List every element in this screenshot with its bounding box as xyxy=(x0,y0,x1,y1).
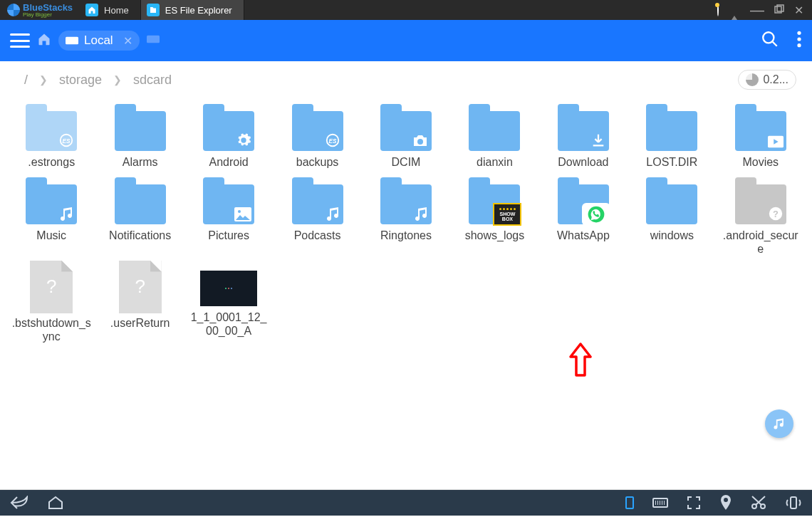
download-badge-icon xyxy=(590,132,606,148)
svg-text:?: ? xyxy=(773,209,779,219)
item-label: Movies xyxy=(742,155,779,169)
globe-icon[interactable] xyxy=(717,4,719,16)
music-badge-icon xyxy=(60,206,74,221)
analyze-label: 0.2... xyxy=(763,73,788,86)
svg-text:ES: ES xyxy=(328,138,337,145)
wifi-icon[interactable] xyxy=(729,4,740,16)
chip-close-icon[interactable]: ✕ xyxy=(123,34,132,48)
tab-home[interactable]: Home xyxy=(80,0,141,20)
breadcrumb-root[interactable]: / xyxy=(16,73,36,88)
svg-rect-2 xyxy=(66,37,78,45)
folder-item[interactable]: ?.android_secure xyxy=(719,174,802,256)
breadcrumb-storage[interactable]: storage xyxy=(51,73,110,88)
music-player-fab[interactable] xyxy=(765,409,793,438)
item-label: shows_logs xyxy=(465,229,525,242)
play-badge-icon xyxy=(768,135,784,148)
folder-item[interactable]: Music xyxy=(10,174,93,256)
folder-item[interactable]: Ringtones xyxy=(365,174,447,256)
item-label: backups xyxy=(296,155,339,169)
orientation-portrait-icon[interactable] xyxy=(625,496,634,509)
image-badge-icon xyxy=(234,207,251,221)
folder-item[interactable]: DCIM xyxy=(365,101,447,169)
close-button[interactable]: ✕ xyxy=(794,4,803,17)
window-controls: — ✕ xyxy=(717,4,812,17)
keyboard-icon[interactable] xyxy=(652,498,668,508)
item-label: .bstshutdown_sync xyxy=(11,316,91,343)
item-label: .android_secure xyxy=(721,229,801,256)
cut-icon[interactable] xyxy=(751,496,766,510)
location-icon[interactable] xyxy=(719,495,732,511)
storage-analyze-chip[interactable]: 0.2... xyxy=(738,70,796,90)
file-item[interactable]: 1_1_0001_12_00_00_A xyxy=(187,262,270,343)
search-button[interactable] xyxy=(761,30,779,51)
showbox-overlay-icon: SHOWBOX xyxy=(493,203,521,226)
folder-item[interactable]: Android xyxy=(187,101,270,169)
whatsapp-overlay-icon xyxy=(582,203,610,226)
brand-name: BlueStacks xyxy=(23,3,73,12)
es-toolbar: Local ✕ xyxy=(0,20,812,61)
more-button[interactable] xyxy=(796,30,802,51)
question-badge-icon: ? xyxy=(768,206,784,221)
location-chip-label: Local xyxy=(84,33,113,48)
folder-item[interactable]: Download xyxy=(542,101,625,169)
window-hint-icon[interactable] xyxy=(147,34,160,47)
svg-point-8 xyxy=(797,43,801,47)
es-file-explorer-app: Local ✕ / ❯ storage ❯ sdcard 0.2... ES.e… xyxy=(0,20,812,490)
music-badge-icon xyxy=(326,206,340,221)
camera-badge-icon xyxy=(412,134,429,148)
bluestacks-logo: BlueStacks Play Bigger xyxy=(0,3,80,18)
folder-item[interactable]: Notifications xyxy=(98,174,181,256)
pie-icon xyxy=(746,73,759,86)
file-item[interactable]: ?.bstshutdown_sync xyxy=(10,262,93,343)
svg-point-6 xyxy=(797,31,801,35)
fullscreen-icon[interactable] xyxy=(687,496,701,510)
maximize-button[interactable] xyxy=(774,4,784,16)
folder-item[interactable]: SHOWBOXshows_logs xyxy=(453,174,536,256)
folder-item[interactable]: WhatsApp xyxy=(542,174,625,256)
folder-item[interactable]: dianxin xyxy=(453,101,536,169)
svg-line-5 xyxy=(772,41,777,46)
item-label: .userReturn xyxy=(110,316,170,330)
folder-item[interactable]: ES.estrongs xyxy=(10,101,93,169)
item-label: WhatsApp xyxy=(557,229,610,242)
tab-label: Home xyxy=(104,5,129,16)
tab-label: ES File Explorer xyxy=(165,5,232,16)
folder-item[interactable]: windows xyxy=(630,174,713,256)
shake-icon[interactable] xyxy=(785,496,802,510)
folder-item[interactable]: Alarms xyxy=(98,101,181,169)
item-label: Android xyxy=(209,155,249,169)
back-button[interactable] xyxy=(10,496,28,510)
chevron-right-icon: ❯ xyxy=(36,74,51,85)
file-grid: ES.estrongsAlarmsAndroidESbackupsDCIMdia… xyxy=(0,94,812,343)
home-tab-icon xyxy=(85,4,98,16)
breadcrumb: / ❯ storage ❯ sdcard 0.2... xyxy=(0,61,812,94)
file-item[interactable]: ?.userReturn xyxy=(98,262,181,343)
svg-rect-3 xyxy=(147,36,160,43)
android-navbar xyxy=(0,490,812,516)
item-label: Notifications xyxy=(109,229,171,242)
home-icon[interactable] xyxy=(37,32,51,49)
svg-rect-22 xyxy=(791,497,796,508)
menu-button[interactable] xyxy=(10,33,30,48)
item-label: 1_1_0001_12_00_00_A xyxy=(189,310,269,338)
location-chip[interactable]: Local ✕ xyxy=(58,31,140,51)
tab-es-file-explorer[interactable]: ES File Explorer xyxy=(141,0,244,20)
folder-item[interactable]: LOST.DIR xyxy=(630,101,713,169)
folder-item[interactable]: Pictures xyxy=(187,174,270,256)
bluestacks-titlebar: BlueStacks Play Bigger Home ES File Expl… xyxy=(0,0,812,20)
home-button[interactable] xyxy=(47,496,64,510)
breadcrumb-sdcard[interactable]: sdcard xyxy=(125,73,180,88)
item-label: Pictures xyxy=(208,229,249,242)
item-label: Music xyxy=(36,229,66,242)
item-label: windows xyxy=(650,229,694,242)
item-label: Ringtones xyxy=(380,229,432,242)
folder-item[interactable]: Movies xyxy=(719,101,802,169)
folder-item[interactable]: Podcasts xyxy=(276,174,358,256)
annotation-arrow xyxy=(568,343,593,378)
gear-badge-icon xyxy=(236,132,251,148)
music-badge-icon xyxy=(415,206,429,221)
item-label: Podcasts xyxy=(294,229,341,242)
logo-icon xyxy=(7,4,20,16)
svg-point-7 xyxy=(797,37,801,41)
folder-item[interactable]: ESbackups xyxy=(276,101,358,169)
